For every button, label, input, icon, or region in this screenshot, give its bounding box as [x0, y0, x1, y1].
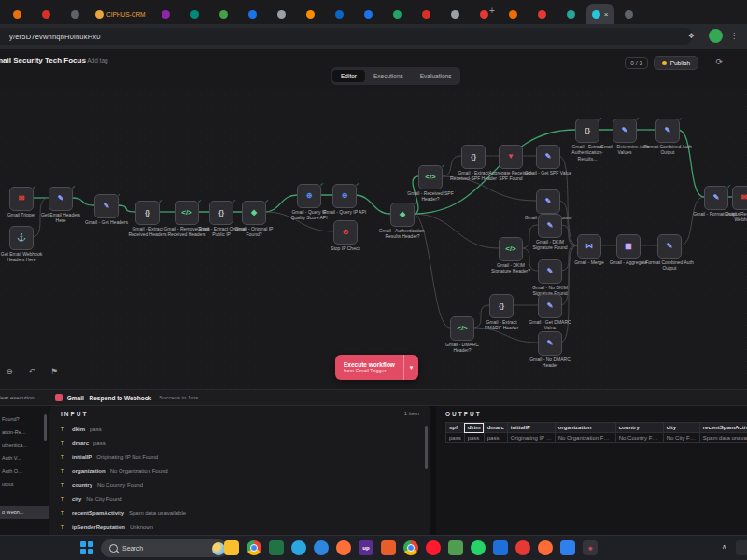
workflow-node[interactable]: ⚓Get Email Webhook Headers Here — [9, 226, 34, 250]
output-column-header[interactable]: spf — [446, 423, 465, 433]
output-column-header[interactable]: dmarc — [484, 423, 507, 433]
workflow-node[interactable]: ✎✓Gmail - Get Headers — [94, 194, 119, 218]
workflow-node[interactable]: ◆✓Gmail - Original IP Found? — [242, 201, 266, 225]
extensions-icon[interactable]: ❖ — [688, 32, 695, 40]
output-cell[interactable]: Originating IP Not Found — [507, 433, 555, 443]
browser-tab[interactable] — [615, 4, 643, 24]
browser-tab[interactable] — [268, 4, 296, 24]
history-icon[interactable]: ⟳ — [715, 57, 723, 66]
run-node-name[interactable]: Gmail - Respond to Webhook — [67, 395, 152, 401]
workflow-node[interactable]: {}✓Gmail - Extract Authentication-Result… — [575, 119, 599, 143]
browser-tab[interactable] — [32, 4, 60, 24]
output-column-header[interactable]: recentSpamActivity — [699, 423, 747, 433]
weather-icon[interactable] — [212, 542, 225, 555]
new-tab-button[interactable]: + — [489, 6, 495, 16]
browser-menu-icon[interactable]: ⋮ — [730, 32, 738, 40]
taskbar-icon-n8n[interactable]: ✳ — [583, 540, 598, 555]
workflow-node[interactable]: ✎✓Gmail - Determine Auth Values — [613, 119, 637, 143]
start-button[interactable] — [80, 541, 93, 554]
run-list-item[interactable]: Auth V... — [0, 452, 49, 465]
workflow-node[interactable]: {}Gmail - Extract Received-SPF Header — [461, 145, 486, 169]
workflow-node[interactable]: </>Gmail - DMARC Header? — [450, 316, 474, 341]
output-cell[interactable]: Spam data unavailable — [699, 433, 747, 443]
workflow-node[interactable]: ⊕✓Gmail - Query IP Quality Score API — [297, 184, 321, 208]
workflow-node[interactable]: {}✓Gmail - Extract Original Public IP — [209, 201, 233, 225]
browser-tab[interactable] — [557, 4, 585, 24]
browser-tab[interactable] — [442, 4, 470, 24]
input-row[interactable]: TcountryNo Country Found — [49, 478, 430, 492]
taskbar-icon-notepad[interactable] — [448, 540, 463, 555]
zoom-out-icon[interactable]: ⊖ — [2, 364, 17, 379]
taskbar-icon-firefox[interactable] — [336, 540, 351, 555]
input-scrollbar[interactable] — [425, 426, 428, 469]
tray-chevron-icon[interactable]: ∧ — [722, 543, 726, 551]
workflow-node[interactable]: ✎Gmail - No DKIM Signature Found — [538, 259, 562, 284]
run-list-item[interactable]: Auth O... — [0, 465, 49, 478]
browser-tab[interactable] — [297, 4, 325, 24]
publish-button[interactable]: Publish — [654, 56, 698, 70]
taskbar-icon-vscode[interactable] — [560, 540, 575, 555]
tray-app-icon[interactable] — [736, 540, 747, 555]
taskbar-icon-vlc[interactable] — [381, 540, 396, 555]
output-column-header[interactable]: country — [615, 423, 663, 433]
tab-editor[interactable]: Editor — [332, 70, 365, 82]
workflow-node[interactable]: ✎Gmail - Get SPF Value — [536, 145, 560, 169]
workflow-node[interactable]: </>✓Gmail - Received SPF Header? — [418, 165, 443, 189]
output-column-header[interactable]: initialIP — [507, 423, 555, 433]
output-column-header[interactable]: dkim — [464, 423, 484, 433]
output-column-header[interactable]: city — [663, 423, 699, 433]
output-cell[interactable]: No Country Found — [615, 433, 663, 443]
browser-tab[interactable] — [3, 4, 31, 24]
workflow-node[interactable]: ✎✓Get Email Headers Here — [49, 187, 73, 211]
input-row[interactable]: Tdmarcpass — [49, 436, 430, 450]
input-row[interactable]: TorganizationNo Organization Found — [49, 464, 430, 478]
execute-main[interactable]: Execute workflow from Gmail Trigger — [335, 355, 403, 380]
tab-close-icon[interactable]: × — [604, 10, 609, 19]
workflow-node[interactable]: ⊕✓Gmail - Query IP API — [332, 184, 357, 208]
workflow-node[interactable]: ✎Gmail - DKIM Signature Found — [538, 214, 562, 238]
output-cell[interactable]: pass — [484, 433, 507, 443]
taskbar-icon-upwork[interactable]: up — [359, 540, 374, 555]
run-list-item[interactable]: ation-Re... — [0, 426, 49, 439]
taskbar-search[interactable]: Search — [101, 539, 228, 557]
workflow-node[interactable]: ✉✓Gmail - Respond to Webhook — [732, 186, 747, 210]
taskbar-icon-outlook[interactable] — [493, 540, 508, 555]
browser-tab[interactable]: × — [586, 4, 614, 24]
input-row[interactable]: TipSenderReputationUnknown — [49, 520, 430, 534]
input-row[interactable]: Tdkimpass — [49, 422, 430, 436]
browser-tab[interactable] — [152, 4, 180, 24]
taskbar-icon-file-explorer[interactable] — [224, 540, 239, 555]
workflow-node[interactable]: ◆✓Gmail - Authentication-Results Header? — [390, 203, 415, 227]
browser-tab[interactable]: CIPHUS-CRM — [90, 4, 151, 24]
tag-icon[interactable]: ⚑ — [47, 364, 62, 379]
input-row[interactable]: TrecentSpamActivitySpam data unavailable — [49, 506, 430, 520]
tab-executions[interactable]: Executions — [365, 70, 412, 82]
run-list-item[interactable]: o Webh... — [0, 506, 49, 519]
output-cell[interactable]: No Organization Found — [555, 433, 615, 443]
browser-tab[interactable] — [500, 4, 528, 24]
run-list-scrollbar[interactable] — [44, 414, 47, 441]
browser-tab[interactable] — [239, 4, 267, 24]
workflow-node[interactable]: ⊘Stop IP Check — [333, 220, 358, 245]
workflow-title[interactable]: mail Security Tech Focus — [0, 56, 86, 64]
run-list-item[interactable]: Found? — [0, 413, 49, 426]
clear-execution-button[interactable]: Clear execution — [0, 395, 35, 400]
browser-tab[interactable] — [529, 4, 557, 24]
workflow-node[interactable]: ▼Aggregate Received-SPF Found — [499, 145, 523, 169]
browser-tab[interactable] — [210, 4, 238, 24]
taskbar-icon-pin[interactable] — [515, 540, 530, 555]
browser-tab[interactable] — [413, 4, 441, 24]
execute-workflow-button[interactable]: Execute workflow from Gmail Trigger ▾ — [335, 355, 418, 380]
workflow-node[interactable]: ✎✓Gmail - Format Output — [704, 186, 728, 210]
browser-tab[interactable] — [181, 4, 209, 24]
workflow-node[interactable]: ✎✓Format Combined Auth Output — [655, 119, 680, 143]
browser-tab[interactable] — [326, 4, 354, 24]
workflow-node[interactable]: </>✓Gmail - Remove Extra Received Header… — [175, 201, 199, 225]
workflow-node[interactable]: </>Gmail - DKIM Signature Header? — [499, 237, 523, 261]
run-list-item[interactable]: uthentica... — [0, 439, 49, 452]
workflow-node[interactable]: ✎Gmail - Get DMARC Value — [538, 294, 562, 318]
undo-icon[interactable]: ↶ — [24, 364, 39, 379]
workflow-node[interactable]: ✎Gmail - No SPF Found — [536, 189, 560, 214]
workflow-node[interactable]: ✎Gmail - No DMARC Header — [538, 331, 562, 356]
browser-tab[interactable] — [355, 4, 383, 24]
